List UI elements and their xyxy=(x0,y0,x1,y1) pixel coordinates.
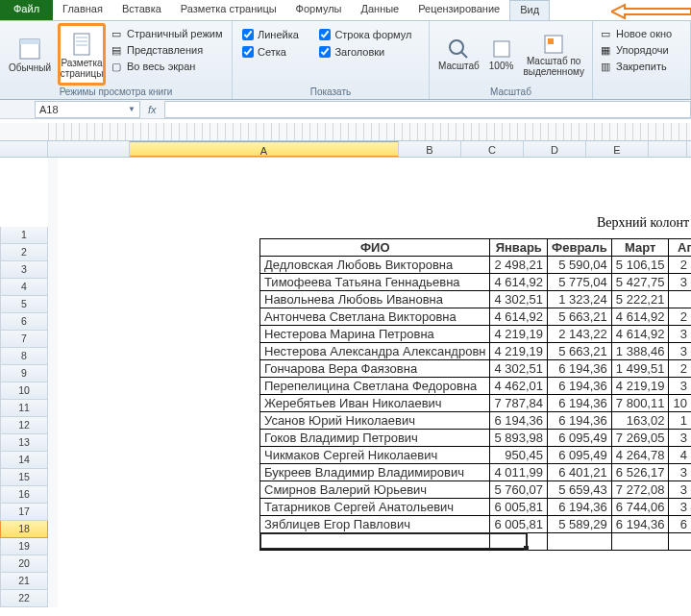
zoom-100-icon xyxy=(490,37,513,61)
arrange-button[interactable]: ▦Упорядочи xyxy=(599,43,684,57)
zoom-selection-label: Масштаб по выделенному xyxy=(523,56,584,77)
row-headers: 12345678910111213141516171819202122 xyxy=(0,158,48,607)
row-header[interactable]: 2 xyxy=(0,244,48,261)
row-header[interactable]: 9 xyxy=(0,365,48,382)
row-header[interactable]: 20 xyxy=(0,555,48,573)
freeze-panes-button[interactable]: ▥Закрепить xyxy=(599,60,684,73)
tab-formulas[interactable]: Формулы xyxy=(286,0,352,20)
horizontal-ruler xyxy=(0,123,691,140)
zoom-button[interactable]: Масштаб xyxy=(435,23,482,86)
row-header[interactable]: 14 xyxy=(0,452,48,469)
table-row[interactable]: Смирнов Валерий Юрьевич5 760,075 659,437… xyxy=(260,481,692,499)
page-layout-label: Разметка страницы xyxy=(61,58,104,79)
zoom-to-selection-button[interactable]: Масштаб по выделенному xyxy=(520,23,587,86)
row-header[interactable]: 13 xyxy=(0,434,48,452)
row-header[interactable]: 4 xyxy=(0,279,48,296)
tab-page-layout[interactable]: Разметка страницы xyxy=(171,0,286,20)
formula-bar-checkbox[interactable]: Строка формул xyxy=(319,29,419,40)
svg-rect-11 xyxy=(548,38,554,44)
row-header[interactable]: 22 xyxy=(0,590,48,607)
row-header[interactable]: 6 xyxy=(0,313,48,331)
table-row[interactable]: Татарников Сергей Анатольевич6 005,816 1… xyxy=(260,499,692,516)
table-row[interactable]: Гоков Владимир Петрович5 893,986 095,497… xyxy=(260,430,692,447)
formula-input[interactable] xyxy=(164,101,691,118)
row-header[interactable]: 3 xyxy=(0,261,48,279)
table-row[interactable]: Букреев Владимир Владимирович4 011,996 4… xyxy=(260,464,692,481)
table-row[interactable]: Тимофеева Татьяна Геннадьевна4 614,925 7… xyxy=(260,274,692,291)
table-row[interactable]: Чикмаков Сергей Николаевич950,456 095,49… xyxy=(260,447,692,464)
row-header[interactable]: 8 xyxy=(0,348,48,365)
table-row[interactable]: Навольнева Любовь Ивановна4 302,511 323,… xyxy=(260,291,692,308)
new-window-button[interactable]: ▭Новое окно xyxy=(599,27,684,40)
th-name: ФИО xyxy=(260,239,490,257)
page-break-preview-button[interactable]: ▭Страничный режим xyxy=(110,27,223,40)
col-header-E[interactable]: E xyxy=(586,141,649,157)
zoom-group-title: Масштаб xyxy=(435,86,586,99)
zoom-100-label: 100% xyxy=(489,61,514,71)
col-header-A[interactable]: A xyxy=(130,141,399,157)
tab-review[interactable]: Рецензирование xyxy=(408,0,509,20)
tab-home[interactable]: Главная xyxy=(53,0,112,20)
fullscreen-button[interactable]: ▢Во весь экран xyxy=(110,60,223,73)
tab-data[interactable]: Данные xyxy=(351,0,408,20)
table-row[interactable]: Нестерова Марина Петровна4 219,192 143,2… xyxy=(260,326,692,343)
table-row[interactable]: Зяблицев Егор Павлович6 005,815 589,296 … xyxy=(260,516,692,533)
headings-checkbox[interactable]: Заголовки xyxy=(319,46,419,58)
zoom-selection-icon xyxy=(542,33,565,56)
ruler-checkbox[interactable]: Линейка xyxy=(242,29,306,40)
gridlines-checkbox[interactable]: Сетка xyxy=(242,46,306,58)
row-header[interactable]: 10 xyxy=(0,382,48,400)
fx-icon[interactable]: fx xyxy=(148,104,157,115)
page-layout-button[interactable]: Разметка страницы xyxy=(58,23,106,86)
table-row[interactable]: Нестерова Александра Александровн4 219,1… xyxy=(260,343,692,360)
row-header[interactable]: 21 xyxy=(0,573,48,590)
table-row[interactable]: Перепелицина Светлана Федоровна4 462,016… xyxy=(260,378,692,395)
show-group-title: Показать xyxy=(238,86,423,99)
table-row[interactable]: Гончарова Вера Фаязовна4 302,516 194,361… xyxy=(260,360,692,378)
table-row[interactable]: Усанов Юрий Николаевич6 194,366 194,3616… xyxy=(260,412,692,430)
freeze-icon: ▥ xyxy=(599,60,612,73)
row-header[interactable]: 12 xyxy=(0,417,48,434)
zoom-100-button[interactable]: 100% xyxy=(486,23,517,86)
row-header[interactable]: 16 xyxy=(0,486,48,504)
custom-views-button[interactable]: ▤Представления xyxy=(110,43,223,57)
custom-views-icon: ▤ xyxy=(110,43,123,57)
tab-file[interactable]: Файл xyxy=(0,0,53,20)
table-row[interactable]: Антончева Светлана Викторовна4 614,925 6… xyxy=(260,308,692,326)
row-header[interactable]: 1 xyxy=(0,227,48,244)
table-row[interactable] xyxy=(260,533,692,551)
svg-line-8 xyxy=(461,52,467,58)
table-row[interactable]: Дедловская Любовь Викторовна2 498,215 59… xyxy=(260,257,692,274)
select-all-corner[interactable] xyxy=(0,141,48,157)
arrange-icon: ▦ xyxy=(599,43,612,57)
fullscreen-icon: ▢ xyxy=(110,60,123,73)
name-box-dropdown-icon[interactable]: ▼ xyxy=(128,105,136,113)
page-header-text: Верхний колонт xyxy=(130,215,691,231)
row-header[interactable]: 18 xyxy=(0,521,48,538)
row-header[interactable]: 19 xyxy=(0,538,48,555)
name-box[interactable]: A18 ▼ xyxy=(35,101,140,118)
th-mar: Март xyxy=(611,239,669,257)
th-jan: Январь xyxy=(490,239,548,257)
column-headers: A B C D E xyxy=(0,140,691,158)
row-header[interactable]: 17 xyxy=(0,504,48,521)
normal-view-button[interactable]: Обычный xyxy=(6,23,54,86)
col-header-C[interactable]: C xyxy=(461,141,524,157)
ribbon: Обычный Разметка страницы ▭Страничный ре… xyxy=(0,21,691,100)
col-header-D[interactable]: D xyxy=(524,141,586,157)
row-header[interactable]: 11 xyxy=(0,400,48,417)
normal-view-label: Обычный xyxy=(9,62,51,73)
th-feb: Февраль xyxy=(548,239,612,257)
magnifier-icon xyxy=(447,37,470,61)
new-window-icon: ▭ xyxy=(599,27,612,40)
normal-view-icon xyxy=(16,36,43,62)
tab-view[interactable]: Вид xyxy=(509,0,550,20)
row-header[interactable]: 15 xyxy=(0,469,48,486)
col-header-B[interactable]: B xyxy=(399,141,461,157)
table-row[interactable]: Жеребятьев Иван Николаевич7 787,846 194,… xyxy=(260,395,692,412)
row-header[interactable]: 5 xyxy=(0,296,48,313)
row-header[interactable]: 7 xyxy=(0,331,48,348)
views-group-title: Режимы просмотра книги xyxy=(6,86,226,99)
worksheet-area[interactable]: Верхний колонт ФИО Январь Февраль Март А… xyxy=(130,158,691,607)
tab-insert[interactable]: Вставка xyxy=(112,0,171,20)
